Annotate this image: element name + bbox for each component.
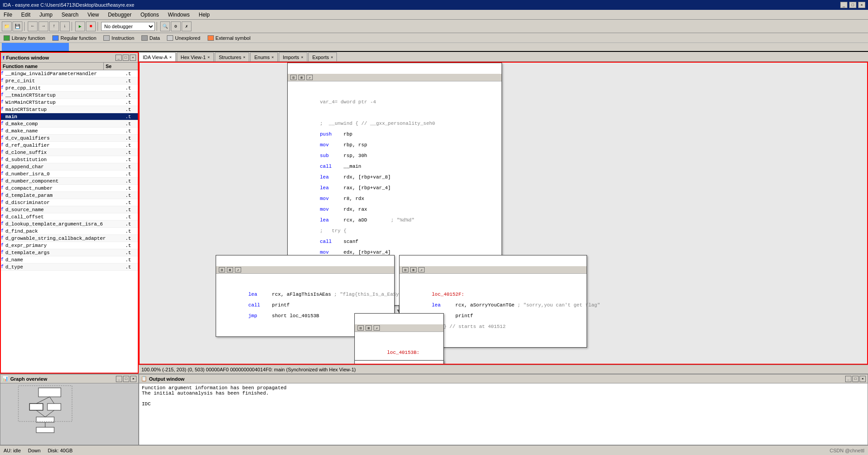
overview-min-btn[interactable]: _ bbox=[116, 376, 122, 382]
function-seg: .t bbox=[124, 214, 138, 220]
function-row[interactable]: fd_make_name.t bbox=[1, 128, 138, 135]
overview-close-btn[interactable]: × bbox=[130, 376, 136, 382]
code-block-bottom1[interactable]: ⊟ ⊞ ↗ loc_40153B: mov eax, 0 jmp short l… bbox=[354, 313, 444, 365]
toolbar-up[interactable]: ↑ bbox=[49, 21, 59, 31]
cb-left-btn2[interactable]: ⊞ bbox=[227, 267, 233, 272]
graph-overview-canvas[interactable] bbox=[0, 383, 138, 445]
cb-left-btn3[interactable]: ↗ bbox=[235, 267, 241, 272]
maximize-button[interactable]: □ bbox=[849, 2, 856, 8]
overview-float-btn[interactable]: □ bbox=[123, 376, 129, 382]
cb-bot1-btn1[interactable]: ⊟ bbox=[357, 325, 364, 331]
main-area: f Functions window _ □ × Function name S… bbox=[0, 52, 868, 374]
function-row[interactable]: fd_compact_number.t bbox=[1, 185, 138, 192]
toolbar-open[interactable]: 📁 bbox=[2, 21, 12, 31]
tab-structures[interactable]: Structures× bbox=[215, 52, 249, 61]
function-seg: .t bbox=[124, 157, 138, 162]
function-seg: .t bbox=[124, 136, 138, 141]
function-row[interactable]: fd_ref_qualifier.t bbox=[1, 142, 138, 149]
panel-close-btn[interactable]: × bbox=[130, 55, 136, 61]
toolbar-extra2[interactable]: ✗ bbox=[182, 21, 191, 31]
function-row[interactable]: fd_append_char.t bbox=[1, 163, 138, 170]
toolbar-fwd[interactable]: → bbox=[38, 21, 48, 31]
cb-btn3[interactable]: ↗ bbox=[306, 75, 313, 80]
function-row[interactable]: fd_number_isra_0.t bbox=[1, 170, 138, 178]
tab-enums[interactable]: Enums× bbox=[250, 52, 278, 61]
function-row[interactable]: fWinMainCRTStartup.t bbox=[1, 99, 138, 106]
output-close-btn[interactable]: × bbox=[859, 376, 866, 382]
cb-left-btn1[interactable]: ⊟ bbox=[219, 267, 225, 272]
menu-view[interactable]: View bbox=[85, 11, 101, 19]
cb-right-btn3[interactable]: ↗ bbox=[418, 267, 425, 272]
code-block-bottom2[interactable]: ⊟ ⊞ ↗ bbox=[354, 360, 444, 365]
menu-help[interactable]: Help bbox=[197, 11, 212, 19]
function-row[interactable]: fd_discriminator.t bbox=[1, 199, 138, 206]
menu-debugger[interactable]: Debugger bbox=[106, 11, 133, 19]
function-row[interactable]: fd_growable_string_callback_adapter.t bbox=[1, 235, 138, 242]
tab-close-btn[interactable]: × bbox=[243, 55, 245, 60]
cb-btn2[interactable]: ⊞ bbox=[298, 75, 305, 80]
function-icon: f bbox=[1, 200, 4, 205]
function-row[interactable]: fpre_cpp_init.t bbox=[1, 85, 138, 92]
cb-bot1-btn3[interactable]: ↗ bbox=[374, 325, 380, 331]
tab-ida-view-a[interactable]: IDA View-A× bbox=[139, 52, 176, 61]
cb-btn1[interactable]: ⊟ bbox=[290, 75, 297, 80]
menu-options[interactable]: Options bbox=[139, 11, 161, 19]
minimize-button[interactable]: _ bbox=[840, 2, 847, 8]
function-row[interactable]: fd_lookup_template_argument_isra_6.t bbox=[1, 221, 138, 228]
function-row[interactable]: fd_name.t bbox=[1, 256, 138, 264]
toolbar-save[interactable]: 💾 bbox=[13, 21, 22, 31]
close-button[interactable]: × bbox=[858, 2, 865, 8]
function-row[interactable]: fd_call_offset.t bbox=[1, 213, 138, 221]
toolbar-back[interactable]: ← bbox=[28, 21, 38, 31]
tab-close-btn[interactable]: × bbox=[169, 55, 171, 60]
debugger-select[interactable]: No debugger bbox=[101, 22, 155, 31]
panel-float-btn[interactable]: □ bbox=[123, 55, 129, 61]
function-row[interactable]: fmainCRTStartup.t bbox=[1, 106, 138, 113]
toolbar-search[interactable]: 🔍 bbox=[160, 21, 170, 31]
tab-close-btn[interactable]: × bbox=[331, 55, 333, 60]
menu-windows[interactable]: Windows bbox=[166, 11, 191, 19]
toolbar-down[interactable]: ↓ bbox=[60, 21, 70, 31]
function-name: d_cv_qualifiers bbox=[4, 136, 124, 141]
function-row[interactable]: fd_find_pack.t bbox=[1, 228, 138, 235]
output-icon: 📋 bbox=[141, 376, 147, 382]
tab-close-btn[interactable]: × bbox=[301, 55, 303, 60]
toolbar-run[interactable]: ▶ bbox=[75, 21, 85, 31]
function-row[interactable]: fd_substitution.t bbox=[1, 156, 138, 163]
output-min-btn[interactable]: _ bbox=[845, 376, 851, 382]
tab-hex-view-1[interactable]: Hex View-1× bbox=[177, 52, 214, 61]
function-row[interactable]: fd_make_comp.t bbox=[1, 120, 138, 128]
function-row[interactable]: fd_number_component.t bbox=[1, 178, 138, 185]
function-row[interactable]: fd_expr_primary.t bbox=[1, 242, 138, 249]
function-row[interactable]: fd_type.t bbox=[1, 264, 138, 271]
function-row[interactable]: fpre_c_init.t bbox=[1, 77, 138, 85]
toolbar-stop[interactable]: ■ bbox=[86, 21, 96, 31]
cb-right-btn2[interactable]: ⊞ bbox=[410, 267, 417, 272]
toolbar-extra1[interactable]: ⚙ bbox=[171, 21, 181, 31]
nav-bar[interactable] bbox=[0, 43, 868, 52]
graph-view[interactable]: ⊟ ⊞ ↗ var_4= dword ptr -4 ; __unwind { /… bbox=[139, 62, 868, 365]
tab-exports[interactable]: Exports× bbox=[308, 52, 337, 61]
tab-close-btn[interactable]: × bbox=[272, 55, 274, 60]
tab-imports[interactable]: Imports× bbox=[279, 52, 307, 61]
menu-search[interactable]: Search bbox=[60, 11, 80, 19]
menu-jump[interactable]: Jump bbox=[38, 11, 54, 19]
function-seg: .t bbox=[124, 78, 138, 84]
menu-edit[interactable]: Edit bbox=[19, 11, 32, 19]
function-row[interactable]: fd_source_name.t bbox=[1, 206, 138, 213]
function-row[interactable]: fmain.t bbox=[1, 113, 138, 120]
cb-right-btn1[interactable]: ⊟ bbox=[402, 267, 408, 272]
function-row[interactable]: f__mingw_invalidParameterHandler.t bbox=[1, 70, 138, 77]
function-row[interactable]: fd_template_param.t bbox=[1, 192, 138, 199]
panel-minimize-btn[interactable]: _ bbox=[115, 55, 122, 61]
tab-close-btn[interactable]: × bbox=[208, 55, 210, 60]
function-seg: .t bbox=[124, 143, 138, 148]
function-row[interactable]: fd_clone_suffix.t bbox=[1, 149, 138, 156]
function-row[interactable]: f__tmainCRTStartup.t bbox=[1, 92, 138, 99]
output-content[interactable]: Function argument information has been p… bbox=[139, 383, 868, 445]
menu-file[interactable]: File bbox=[2, 11, 14, 19]
function-row[interactable]: fd_template_args.t bbox=[1, 249, 138, 256]
output-float-btn[interactable]: □ bbox=[852, 376, 859, 382]
cb-bot1-btn2[interactable]: ⊞ bbox=[366, 325, 372, 331]
function-row[interactable]: fd_cv_qualifiers.t bbox=[1, 135, 138, 142]
